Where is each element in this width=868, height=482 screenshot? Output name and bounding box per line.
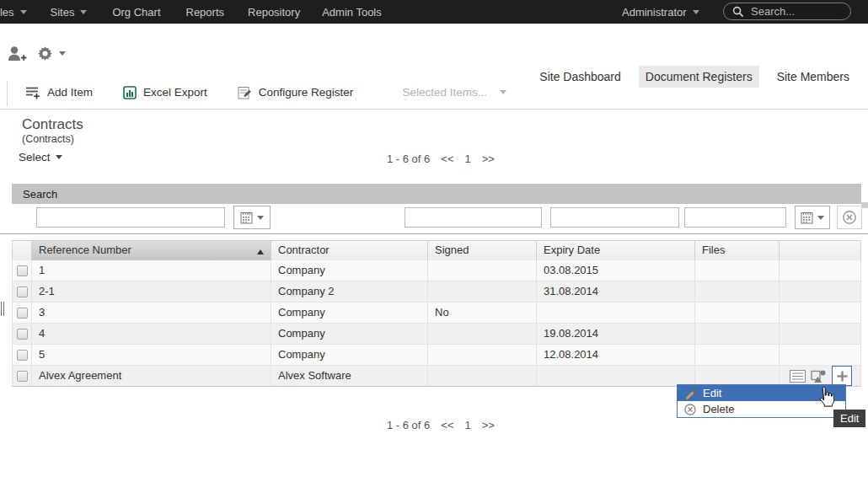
configure-register-button[interactable]: Configure Register — [238, 86, 354, 99]
cell-actions — [780, 303, 861, 324]
column-expiry-date[interactable]: Expiry Date — [537, 241, 695, 261]
checkbox-cell — [12, 260, 32, 281]
column-label: Expiry Date — [544, 244, 600, 256]
checkbox-cell — [12, 303, 32, 324]
cell-expiry: 31.08.2014 — [537, 281, 695, 303]
row-checkbox[interactable] — [17, 371, 28, 382]
add-item-icon — [25, 85, 40, 99]
column-label: Contractor — [278, 244, 330, 256]
row-checkbox[interactable] — [17, 265, 28, 276]
search-panel-title: Search — [23, 188, 57, 201]
cell-files — [695, 345, 780, 366]
filter-column-picker-button[interactable] — [233, 206, 271, 229]
chevron-down-icon — [500, 90, 506, 98]
filter-expiry-input[interactable] — [684, 207, 786, 228]
table-header: Reference Number Contractor Signed Expir… — [12, 240, 861, 260]
cell-reference: 1 — [32, 260, 271, 281]
pagination-page-1[interactable]: 1 — [465, 419, 471, 431]
page-title: Contracts — [22, 116, 83, 133]
sort-ascending-icon — [257, 246, 264, 254]
cell-contractor: Company 2 — [271, 281, 428, 303]
pagination-range: 1 - 6 of 6 — [387, 419, 430, 431]
add-user-icon — [7, 45, 27, 62]
cell-expiry — [537, 303, 695, 324]
pagination-prev[interactable]: << — [441, 419, 453, 431]
row-checkbox[interactable] — [17, 287, 28, 297]
row-checkbox[interactable] — [17, 350, 28, 361]
cell-files — [695, 260, 780, 281]
gear-icon — [37, 46, 53, 62]
cell-contractor: Company — [271, 324, 428, 345]
nav-item-reports[interactable]: Reports — [186, 6, 225, 19]
row-checkbox[interactable] — [17, 329, 28, 340]
configure-register-label: Configure Register — [259, 86, 354, 99]
pagination-next[interactable]: >> — [482, 153, 495, 165]
column-contractor[interactable]: Contractor — [271, 241, 428, 261]
table-row: 2-1 Company 2 31.08.2014 — [12, 281, 861, 303]
nav-item-repository[interactable]: Repository — [248, 6, 300, 19]
nav-item-admin-tools[interactable]: Admin Tools — [322, 6, 382, 19]
cell-signed — [428, 260, 537, 281]
cell-signed: No — [428, 303, 537, 324]
cell-actions — [780, 345, 861, 366]
table-row: 1 Company 03.08.2015 — [12, 260, 861, 281]
cell-files — [695, 281, 780, 303]
column-label: Reference Number — [39, 244, 131, 256]
pagination-prev[interactable]: << — [441, 153, 453, 165]
cell-reference: 2-1 — [32, 281, 271, 303]
excel-export-button[interactable]: Excel Export — [123, 86, 207, 99]
excel-export-icon — [123, 86, 137, 99]
nav-item-sites[interactable]: Sites — [51, 6, 88, 19]
column-label: Files — [702, 244, 725, 256]
pagination-page-1[interactable]: 1 — [465, 153, 471, 165]
search-panel-divider — [0, 233, 868, 234]
scrollbar-fragment[interactable] — [861, 202, 868, 208]
table-body: 1 Company 03.08.2015 2-1 Company 2 31.08… — [12, 260, 861, 387]
cell-reference: 5 — [32, 345, 271, 366]
global-search-box[interactable] — [723, 3, 851, 20]
pagination-next[interactable]: >> — [482, 419, 495, 431]
selected-items-button[interactable]: Selected Items... — [402, 86, 506, 99]
checkbox-cell — [12, 281, 32, 303]
user-menu[interactable]: Administrator — [622, 6, 699, 19]
clear-search-button[interactable] — [837, 206, 862, 229]
nav-item-org-chart[interactable]: Org Chart — [112, 6, 160, 19]
filter-reference-input[interactable] — [36, 207, 225, 228]
search-panel-header[interactable]: Search — [12, 184, 861, 204]
nav-item-files[interactable]: iles — [0, 6, 27, 19]
filter-signed-input[interactable] — [550, 207, 679, 228]
cell-signed — [428, 366, 537, 387]
column-checkbox — [12, 241, 32, 261]
chevron-down-icon — [817, 216, 824, 223]
select-dropdown[interactable]: Select — [19, 151, 62, 163]
selected-items-label: Selected Items... — [402, 86, 487, 99]
more-actions-button[interactable] — [832, 366, 852, 386]
cell-reference: 4 — [32, 324, 271, 345]
settings-button[interactable] — [37, 46, 66, 62]
column-signed[interactable]: Signed — [428, 241, 537, 261]
cell-actions — [780, 260, 861, 281]
filter-date-picker-button[interactable] — [795, 206, 830, 229]
invite-user-button[interactable] — [7, 45, 27, 66]
filter-contractor-input[interactable] — [405, 207, 542, 228]
excel-export-label: Excel Export — [143, 86, 207, 99]
add-item-button[interactable]: Add Item — [25, 85, 93, 99]
row-checkbox[interactable] — [17, 308, 28, 319]
view-details-button[interactable] — [790, 370, 806, 383]
cell-contractor: Company — [271, 303, 428, 324]
column-actions — [780, 241, 861, 261]
resize-handle[interactable] — [0, 302, 5, 316]
register-toolbar: Add Item Excel Export Configure Register… — [0, 76, 868, 110]
search-input[interactable] — [751, 5, 835, 18]
cell-expiry — [537, 366, 695, 387]
context-menu-delete[interactable]: Delete — [678, 401, 845, 417]
pagination-bottom: 1 - 6 of 6 << 1 >> — [387, 419, 495, 431]
cell-actions — [780, 324, 861, 345]
context-menu-edit[interactable]: Edit — [678, 385, 845, 401]
table-row: 4 Company 19.08.2014 — [12, 324, 861, 345]
column-files[interactable]: Files — [695, 241, 780, 261]
site-header: Site Dashboard Document Registers Site M… — [0, 24, 868, 76]
column-reference-number[interactable]: Reference Number — [32, 241, 271, 261]
start-workflow-button[interactable] — [811, 369, 827, 383]
search-icon — [732, 6, 744, 18]
